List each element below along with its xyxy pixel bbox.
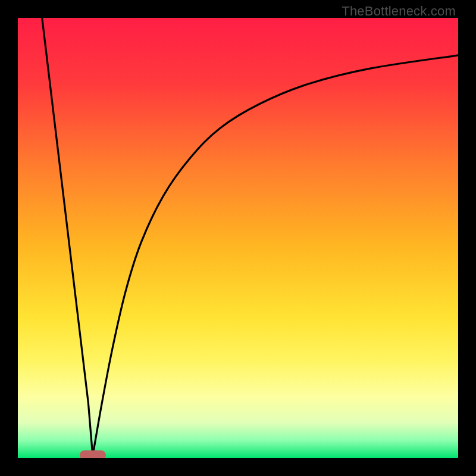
curve-left-branch xyxy=(42,18,93,456)
curve-layer xyxy=(18,18,458,458)
watermark-text: TheBottleneck.com xyxy=(342,4,456,19)
chart-frame: TheBottleneck.com xyxy=(0,0,476,476)
bottleneck-marker xyxy=(80,450,106,458)
plot-area xyxy=(18,18,458,458)
curve-right-branch xyxy=(93,55,458,456)
